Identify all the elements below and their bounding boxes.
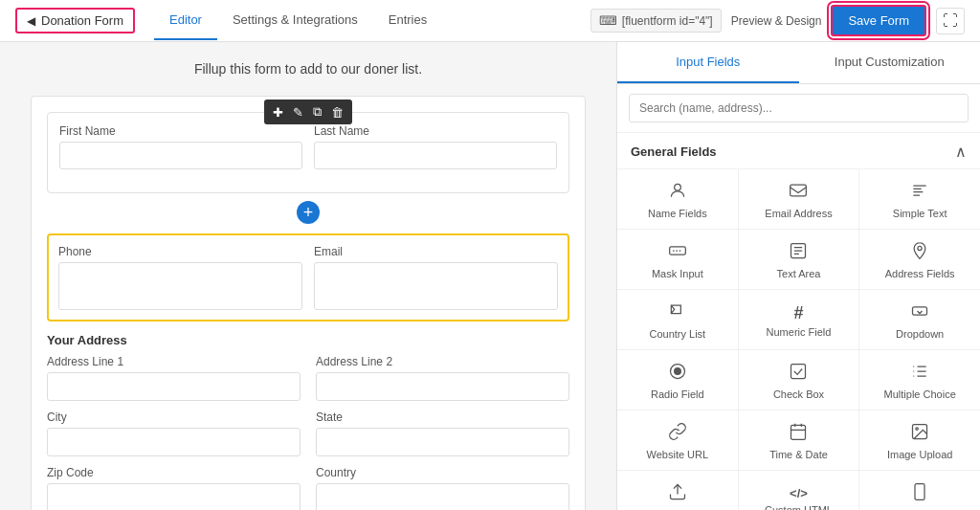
- toolbar-edit-btn[interactable]: ✎: [289, 102, 307, 122]
- file-upload-icon: [668, 482, 687, 504]
- name-row-wrapper: ✚ ✎ ⧉ 🗑 First Name Last Name: [47, 112, 569, 193]
- add-row: +: [47, 201, 569, 224]
- image-upload-icon: [910, 422, 929, 444]
- brand-label: Donation Form: [41, 13, 123, 28]
- form-editor: Fillup this form to add to our doner lis…: [0, 42, 616, 510]
- fields-grid: Name Fields Email Address Simple Text Ma…: [617, 168, 980, 510]
- form-canvas: ✚ ✎ ⧉ 🗑 First Name Last Name: [31, 96, 586, 510]
- multiple-choice-icon: [910, 362, 929, 384]
- field-item-check-box[interactable]: Check Box: [739, 350, 859, 410]
- email-address-label: Email Address: [765, 208, 832, 219]
- country-label: Country: [316, 466, 569, 479]
- svg-point-0: [674, 184, 680, 190]
- phone-input[interactable]: [58, 262, 302, 310]
- text-area-label: Text Area: [777, 268, 821, 279]
- svg-point-11: [916, 428, 919, 431]
- name-fields-icon: [668, 181, 687, 203]
- first-name-input[interactable]: [59, 142, 302, 169]
- numeric-field-icon: #: [793, 304, 803, 322]
- svg-rect-1: [791, 185, 807, 196]
- time-date-icon: [789, 422, 808, 444]
- tab-entries[interactable]: Entries: [373, 1, 442, 40]
- general-fields-toggle[interactable]: ∧: [955, 143, 967, 161]
- field-item-phone-mobile[interactable]: Phone/Mobile Field: [859, 471, 980, 510]
- country-input[interactable]: [316, 483, 569, 510]
- address-line1-input[interactable]: [47, 372, 301, 401]
- add-field-button[interactable]: +: [297, 201, 320, 224]
- right-panel: Input Fields Input Customization General…: [616, 42, 980, 510]
- address-grid: Address Line 1 Address Line 2 City State…: [47, 355, 569, 510]
- field-item-email-address[interactable]: Email Address: [739, 169, 859, 229]
- phone-email-row: Phone Email: [47, 233, 569, 322]
- search-input[interactable]: [629, 94, 969, 122]
- tab-input-fields[interactable]: Input Fields: [617, 42, 799, 83]
- svg-point-7: [674, 368, 680, 375]
- field-item-image-upload[interactable]: Image Upload: [859, 410, 980, 470]
- first-name-col: First Name: [59, 124, 302, 169]
- simple-text-label: Simple Text: [893, 208, 947, 219]
- email-input[interactable]: [314, 262, 558, 310]
- country-list-label: Country List: [649, 328, 705, 340]
- field-item-name-fields[interactable]: Name Fields: [617, 169, 738, 229]
- shortcode-icon: ⌨: [599, 13, 617, 28]
- svg-rect-8: [791, 365, 806, 379]
- address-line2-input[interactable]: [316, 372, 569, 401]
- shortcode-text: [fluentform id="4"]: [622, 14, 713, 28]
- radio-field-label: Radio Field: [651, 388, 704, 400]
- tab-input-customization[interactable]: Input Customization: [799, 42, 981, 83]
- preview-design-link[interactable]: Preview & Design: [731, 14, 822, 28]
- city-field: City: [47, 410, 301, 456]
- tab-editor[interactable]: Editor: [154, 1, 217, 40]
- field-item-numeric-field[interactable]: # Numeric Field: [739, 290, 859, 349]
- field-item-multiple-choice[interactable]: Multiple Choice: [859, 350, 980, 410]
- zipcode-label: Zip Code: [47, 466, 301, 479]
- state-input[interactable]: [316, 428, 569, 456]
- zipcode-input[interactable]: [47, 483, 301, 510]
- field-item-simple-text[interactable]: Simple Text: [859, 169, 980, 229]
- custom-html-icon: </>: [790, 487, 808, 499]
- field-item-country-list[interactable]: Country List: [617, 290, 738, 349]
- radio-field-icon: [668, 362, 687, 384]
- simple-text-icon: [910, 181, 929, 203]
- field-item-website-url[interactable]: Website URL: [617, 410, 738, 470]
- fullscreen-icon[interactable]: ⛶: [936, 8, 965, 34]
- text-area-icon: [789, 241, 808, 263]
- top-nav: ◀ Donation Form Editor Settings & Integr…: [0, 0, 980, 42]
- address-line1-field: Address Line 1: [47, 355, 301, 401]
- city-input[interactable]: [47, 428, 301, 456]
- toolbar-delete-btn[interactable]: 🗑: [327, 102, 347, 122]
- field-item-text-area[interactable]: Text Area: [739, 230, 859, 289]
- last-name-input[interactable]: [314, 142, 557, 169]
- field-item-dropdown[interactable]: Dropdown: [859, 290, 980, 349]
- general-fields-title: General Fields: [631, 144, 717, 159]
- state-field: State: [316, 410, 569, 456]
- address-line2-label: Address Line 2: [316, 355, 569, 368]
- nav-right: ⌨ [fluentform id="4"] Preview & Design S…: [590, 5, 965, 36]
- svg-point-4: [918, 246, 922, 250]
- field-item-mask-input[interactable]: Mask Input: [617, 230, 738, 289]
- panel-search: [617, 84, 980, 133]
- field-item-custom-html[interactable]: </> Custom HTML: [739, 471, 859, 510]
- phone-mobile-icon: [910, 482, 929, 504]
- field-item-radio-field[interactable]: Radio Field: [617, 350, 738, 410]
- svg-rect-13: [915, 484, 924, 500]
- field-item-time-date[interactable]: Time & Date: [739, 410, 859, 470]
- field-item-file-upload[interactable]: File Upload: [617, 471, 738, 510]
- country-list-icon: [668, 301, 687, 323]
- shortcode-display: ⌨ [fluentform id="4"]: [590, 9, 722, 33]
- save-form-button[interactable]: Save Form: [831, 5, 926, 36]
- brand-link[interactable]: ◀ Donation Form: [15, 8, 135, 33]
- address-line2-field: Address Line 2: [316, 355, 569, 401]
- field-item-address-fields[interactable]: Address Fields: [859, 230, 980, 289]
- tab-settings[interactable]: Settings & Integrations: [217, 1, 373, 40]
- country-field: Country: [316, 466, 569, 510]
- toolbar-add-btn[interactable]: ✚: [269, 102, 287, 122]
- check-box-icon: [789, 362, 808, 384]
- form-subtitle: Fillup this form to add to our doner lis…: [19, 61, 597, 77]
- state-label: State: [316, 410, 569, 424]
- email-label: Email: [314, 245, 558, 258]
- toolbar-copy-btn[interactable]: ⧉: [309, 102, 325, 122]
- image-upload-label: Image Upload: [887, 449, 953, 460]
- email-col: Email: [314, 245, 558, 310]
- dropdown-icon: [910, 301, 929, 323]
